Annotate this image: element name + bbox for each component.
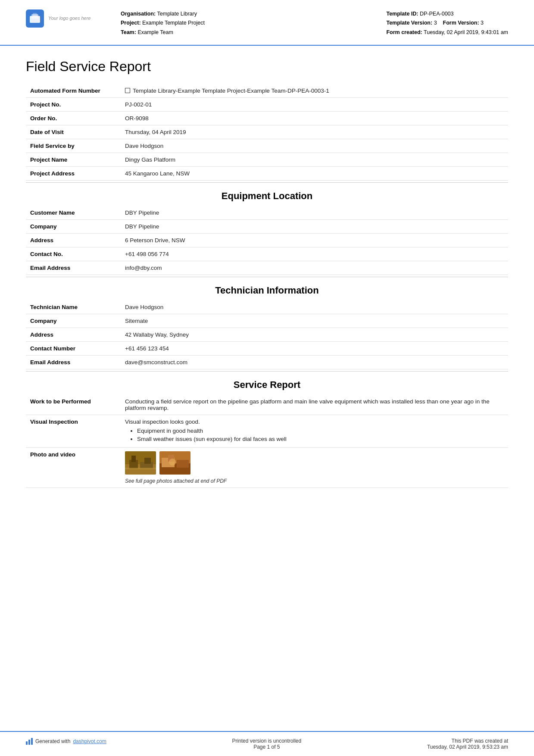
info-row: Project NameDingy Gas Platform xyxy=(26,153,508,166)
photo-thumbnail-2 xyxy=(159,451,190,475)
info-row-value: 45 Kangaroo Lane, NSW xyxy=(121,166,508,180)
info-row: Project Address45 Kangaroo Lane, NSW xyxy=(26,166,508,180)
info-row-value: OR-9098 xyxy=(121,111,508,125)
info-row: Automated Form NumberTemplate Library-Ex… xyxy=(26,84,508,98)
list-item: Small weather issues (sun exposure) for … xyxy=(137,436,504,442)
form-version-value: 3 xyxy=(481,20,484,26)
technician-row-label: Address xyxy=(26,328,121,341)
equipment-row-label: Address xyxy=(26,233,121,247)
footer-middle-line2: Page 1 of 5 xyxy=(232,744,301,750)
svg-rect-14 xyxy=(177,460,189,468)
equipment-row-label: Customer Name xyxy=(26,206,121,220)
header-right: Template ID: DP-PEA-0003 Template Versio… xyxy=(386,9,508,37)
equipment-row-value: info@dby.com xyxy=(121,261,508,275)
project-label: Project: xyxy=(121,20,141,26)
info-row: Date of VisitThursday, 04 April 2019 xyxy=(26,125,508,139)
equipment-row: Email Addressinfo@dby.com xyxy=(26,261,508,275)
logo-text: Your logo goes here xyxy=(48,15,91,22)
info-table: Automated Form NumberTemplate Library-Ex… xyxy=(26,84,508,181)
technician-info-table: Technician NameDave HodgsonCompanySitema… xyxy=(26,300,508,369)
page: Your logo goes here Organisation: Templa… xyxy=(0,0,534,756)
template-version-label: Template Version: xyxy=(386,20,432,26)
equipment-row-value: 6 Peterson Drive, NSW xyxy=(121,233,508,247)
svg-point-15 xyxy=(169,459,176,465)
info-row-label: Automated Form Number xyxy=(26,84,121,98)
technician-row-value: 42 Wallaby Way, Sydney xyxy=(121,328,508,341)
service-report-row-label: Work to be Performed xyxy=(26,395,121,415)
form-version-label: Form Version: xyxy=(443,20,479,26)
service-report-row: Visual InspectionVisual inspection looks… xyxy=(26,415,508,447)
info-row-label: Project No. xyxy=(26,97,121,111)
info-row-value: Dingy Gas Platform xyxy=(121,153,508,166)
logo-icon xyxy=(26,9,44,28)
equipment-row: Contact No.+61 498 056 774 xyxy=(26,247,508,261)
team-value: Example Team xyxy=(137,29,173,35)
footer: Generated with dashpivot.com Printed ver… xyxy=(0,731,534,756)
info-row-value: Dave Hodgson xyxy=(121,139,508,153)
team-label: Team: xyxy=(121,29,136,35)
svg-rect-6 xyxy=(131,456,136,462)
technician-row-label: Technician Name xyxy=(26,300,121,314)
service-report-heading: Service Report xyxy=(26,371,508,395)
svg-rect-9 xyxy=(125,468,156,469)
info-row-value: Thursday, 04 April 2019 xyxy=(121,125,508,139)
equipment-location-heading: Equipment Location xyxy=(26,182,508,206)
service-report-row-value: Visual inspection looks good.Equipment i… xyxy=(121,415,508,447)
technician-row: CompanySitemate xyxy=(26,314,508,328)
footer-left: Generated with dashpivot.com xyxy=(26,738,106,745)
template-version-value: 3 xyxy=(434,20,437,26)
checkbox-icon xyxy=(125,88,130,93)
technician-information-heading: Technician Information xyxy=(26,277,508,300)
equipment-row-value: DBY Pipeline xyxy=(121,206,508,220)
equipment-row-label: Contact No. xyxy=(26,247,121,261)
info-row-label: Order No. xyxy=(26,111,121,125)
equipment-row: Customer NameDBY Pipeline xyxy=(26,206,508,220)
svg-rect-8 xyxy=(144,458,151,464)
technician-row-label: Contact Number xyxy=(26,341,121,355)
technician-row-label: Email Address xyxy=(26,355,121,369)
bullet-list: Equipment in good healthSmall weather is… xyxy=(125,428,504,442)
project-value: Example Template Project xyxy=(142,20,205,26)
template-id-label: Template ID: xyxy=(386,11,418,17)
service-report-row-label: Photo and video xyxy=(26,447,121,487)
info-row-value: PJ-002-01 xyxy=(121,97,508,111)
doc-title: Field Service Report xyxy=(26,59,508,75)
form-created-label: Form created: xyxy=(386,29,422,35)
technician-row-value: +61 456 123 454 xyxy=(121,341,508,355)
header-meta: Organisation: Template Library Project: … xyxy=(121,9,373,37)
technician-row: Technician NameDave Hodgson xyxy=(26,300,508,314)
service-report-table: Work to be PerformedConducting a field s… xyxy=(26,395,508,488)
photo-thumbnail-1 xyxy=(125,451,156,475)
info-row-label: Date of Visit xyxy=(26,125,121,139)
technician-row: Email Addressdave@smconstruct.com xyxy=(26,355,508,369)
technician-row-value: Dave Hodgson xyxy=(121,300,508,314)
service-report-row-value: See full page photos attached at end of … xyxy=(121,447,508,487)
equipment-row-value: DBY Pipeline xyxy=(121,219,508,233)
footer-right: This PDF was created at Tuesday, 02 Apri… xyxy=(427,738,508,750)
photo-thumbnails xyxy=(125,451,504,475)
header: Your logo goes here Organisation: Templa… xyxy=(0,0,534,46)
dashpivot-link[interactable]: dashpivot.com xyxy=(73,738,106,744)
generated-text: Generated with xyxy=(35,738,70,744)
dashpivot-icon xyxy=(26,738,33,745)
info-row-label: Project Address xyxy=(26,166,121,180)
photo-caption: See full page photos attached at end of … xyxy=(125,478,504,484)
info-row-label: Project Name xyxy=(26,153,121,166)
equipment-row-label: Company xyxy=(26,219,121,233)
info-row: Project No.PJ-002-01 xyxy=(26,97,508,111)
info-row: Order No.OR-9098 xyxy=(26,111,508,125)
technician-row: Address42 Wallaby Way, Sydney xyxy=(26,328,508,341)
equipment-location-table: Customer NameDBY PipelineCompanyDBY Pipe… xyxy=(26,206,508,275)
footer-center: Printed version is uncontrolled Page 1 o… xyxy=(232,738,301,750)
service-report-row: Work to be PerformedConducting a field s… xyxy=(26,395,508,415)
technician-row-value: dave@smconstruct.com xyxy=(121,355,508,369)
info-row: Field Service byDave Hodgson xyxy=(26,139,508,153)
info-row-label: Field Service by xyxy=(26,139,121,153)
technician-row: Contact Number+61 456 123 454 xyxy=(26,341,508,355)
technician-row-label: Company xyxy=(26,314,121,328)
service-report-row-label: Visual Inspection xyxy=(26,415,121,447)
equipment-row-value: +61 498 056 774 xyxy=(121,247,508,261)
logo-area: Your logo goes here xyxy=(26,9,108,28)
organisation-label: Organisation: xyxy=(121,11,156,17)
equipment-row-label: Email Address xyxy=(26,261,121,275)
